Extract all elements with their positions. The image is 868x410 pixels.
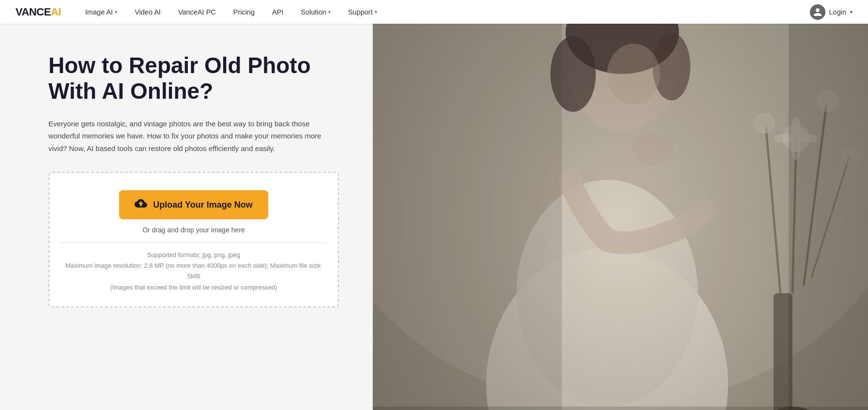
chevron-down-icon-login: ▾ — [850, 9, 853, 15]
main-content: How to Repair Old Photo With AI Online? … — [0, 24, 868, 410]
nav-item-image-ai-label: Image AI — [85, 8, 113, 16]
max-resolution: Maximum image resolution: 2.8 MP (no mor… — [61, 260, 326, 282]
nav-item-vanceai-pc[interactable]: VanceAI PC — [169, 0, 225, 24]
nav-item-image-ai[interactable]: Image AI ▾ — [76, 0, 126, 24]
avatar-icon — [810, 4, 825, 20]
upload-divider — [61, 243, 326, 243]
login-button[interactable]: Login ▾ — [810, 4, 853, 20]
svg-rect-30 — [373, 24, 868, 410]
left-panel: How to Repair Old Photo With AI Online? … — [0, 24, 373, 410]
nav-item-support-label: Support — [348, 8, 373, 16]
nav-item-pricing[interactable]: Pricing — [225, 0, 263, 24]
upload-area: Upload Your Image Now Or drag and drop y… — [48, 172, 339, 307]
nav-item-video-ai-label: Video AI — [135, 8, 161, 16]
nav-item-support[interactable]: Support ▾ — [339, 0, 386, 24]
chevron-down-icon-solution: ▾ — [328, 9, 331, 15]
logo-vance: VANCE — [15, 6, 51, 18]
nav-item-api-label: API — [272, 8, 283, 16]
upload-button-label: Upload Your Image Now — [153, 200, 252, 210]
chevron-down-icon-support: ▾ — [375, 9, 377, 15]
nav-items: Image AI ▾ Video AI VanceAI PC Pricing A… — [76, 0, 810, 24]
login-label: Login — [829, 8, 846, 16]
navbar: VANCE AI Image AI ▾ Video AI VanceAI PC … — [0, 0, 868, 24]
nav-item-api[interactable]: API — [263, 0, 292, 24]
nav-item-solution[interactable]: Solution ▾ — [292, 0, 339, 24]
supported-formats: Supported formats: jpg, png, jpeg — [61, 250, 326, 260]
hero-title: How to Repair Old Photo With AI Online? — [48, 53, 339, 104]
nav-item-vanceai-pc-label: VanceAI PC — [178, 8, 216, 16]
chevron-down-icon: ▾ — [115, 9, 117, 15]
logo[interactable]: VANCE AI — [15, 6, 61, 18]
upload-button[interactable]: Upload Your Image Now — [119, 190, 268, 219]
logo-ai: AI — [51, 6, 61, 18]
nav-item-solution-label: Solution — [301, 8, 326, 16]
resize-note: (Images that exceed the limit will be re… — [61, 282, 326, 293]
nav-item-pricing-label: Pricing — [233, 8, 255, 16]
hero-photo — [373, 24, 868, 410]
hero-description: Everyone gets nostalgic, and vintage pho… — [48, 118, 339, 155]
upload-info: Supported formats: jpg, png, jpeg Maximu… — [61, 250, 326, 292]
drag-drop-text: Or drag and drop your image here — [142, 226, 245, 234]
right-panel — [373, 24, 868, 410]
upload-icon — [135, 197, 147, 213]
nav-item-video-ai[interactable]: Video AI — [126, 0, 169, 24]
